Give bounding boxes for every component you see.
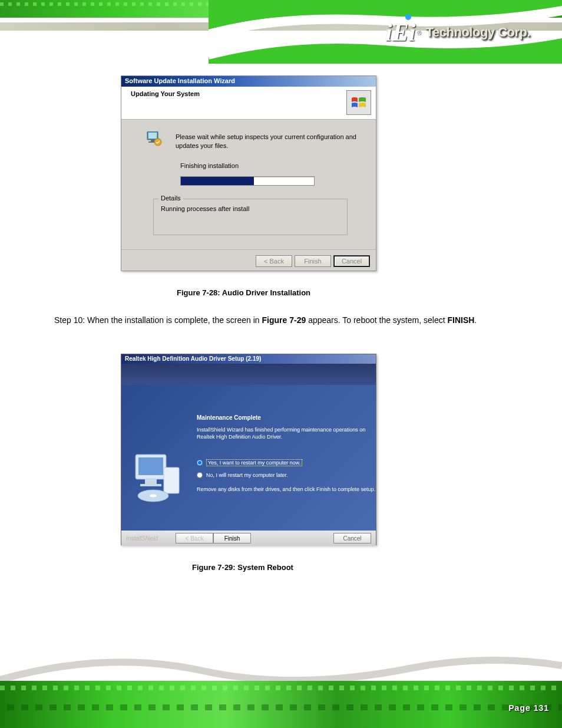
svg-point-11 (150, 495, 157, 498)
finish-button[interactable]: Finish (295, 255, 331, 267)
logo-dot-icon (405, 14, 411, 20)
progress-bar (180, 176, 315, 186)
step-prefix: Step 10: (54, 315, 87, 325)
dialog2-button-row: < Back Finish Cancel (176, 533, 371, 543)
svg-rect-7 (145, 479, 157, 484)
svg-rect-8 (140, 484, 161, 486)
details-text: Running processes after install (154, 199, 347, 218)
step-instruction: Step 10: When the installation is comple… (54, 314, 508, 327)
dialog-footer: < Back Finish Cancel (121, 249, 376, 272)
circuit-pattern-bottom (0, 681, 562, 728)
figure-caption-1: Figure 7-28: Audio Driver Installation (177, 288, 310, 297)
dialog-header: Updating Your System (121, 87, 376, 120)
step-text-3: . (474, 315, 477, 325)
restart-now-radio-input[interactable] (197, 460, 203, 466)
svg-rect-9 (164, 467, 179, 493)
dialog2-back-button[interactable]: < Back (176, 533, 213, 543)
step-text-1: When the installation is complete, the s… (87, 315, 262, 325)
step-figure-ref: Figure 7-29 (262, 315, 306, 325)
step-text-2: appears. To reboot the system, select (306, 315, 447, 325)
details-groupbox: Details Running processes after install (153, 199, 348, 235)
restart-later-label: No, I will restart my computer later. (206, 472, 288, 478)
restart-later-radio[interactable]: No, I will restart my computer later. (197, 472, 288, 478)
dialog2-cancel-button[interactable]: Cancel (333, 533, 371, 543)
dialog2-body: Maintenance Complete InstallShield Wizar… (121, 385, 376, 531)
windows-flag-icon (346, 90, 371, 115)
dialog-titlebar: Software Update Installation Wizard (121, 76, 376, 87)
step-finish-bold: FINISH (447, 315, 474, 325)
dialog2-remove-disks-text: Remove any disks from their drives, and … (197, 486, 375, 492)
progress-status-text: Finishing installation (180, 162, 239, 169)
figure-caption-2: Figure 7-29: System Reboot (192, 563, 293, 572)
dialog2-titlebar: Realtek High Definition Audio Driver Set… (121, 354, 376, 364)
dialog-body: Please wait while setup inspects your cu… (121, 120, 376, 249)
page-number: Page 131 (508, 703, 549, 713)
back-button[interactable]: < Back (256, 255, 292, 267)
dialog2-finish-button[interactable]: Finish (213, 533, 251, 543)
realtek-setup-dialog: Realtek High Definition Audio Driver Set… (121, 354, 376, 545)
progress-bar-fill (181, 177, 254, 185)
brand-name: Technology Corp. (426, 25, 530, 40)
restart-now-label: Yes, I want to restart my computer now. (206, 459, 302, 466)
dialog2-heading: Maintenance Complete (197, 414, 261, 421)
computer-cd-icon (130, 450, 186, 506)
dialog2-message: InstallShield Wizard has finished perfor… (197, 426, 368, 440)
page-footer: Page 131 (0, 645, 562, 728)
registered-mark: ® (416, 29, 421, 36)
restart-now-radio[interactable]: Yes, I want to restart my computer now. (197, 459, 302, 466)
dialog-message: Please wait while setup inspects your cu… (176, 133, 358, 150)
svg-rect-1 (148, 133, 157, 139)
dialog2-top-band (121, 364, 376, 385)
restart-later-radio-input[interactable] (197, 472, 203, 478)
installshield-brand: InstallShield (126, 535, 158, 542)
dialog2-footer: InstallShield < Back Finish Cancel (121, 531, 376, 546)
logo-mark: iEi (385, 18, 415, 47)
installer-computer-icon (146, 131, 163, 148)
svg-rect-6 (138, 457, 163, 475)
svg-rect-2 (151, 140, 154, 141)
dialog-heading: Updating Your System (131, 90, 200, 97)
page-header: iEi ® Technology Corp. (0, 0, 562, 64)
software-update-wizard-dialog: Software Update Installation Wizard Upda… (121, 75, 376, 271)
cancel-button[interactable]: Cancel (333, 255, 370, 267)
details-label: Details (158, 195, 183, 202)
logo: iEi ® Technology Corp. (385, 12, 544, 53)
